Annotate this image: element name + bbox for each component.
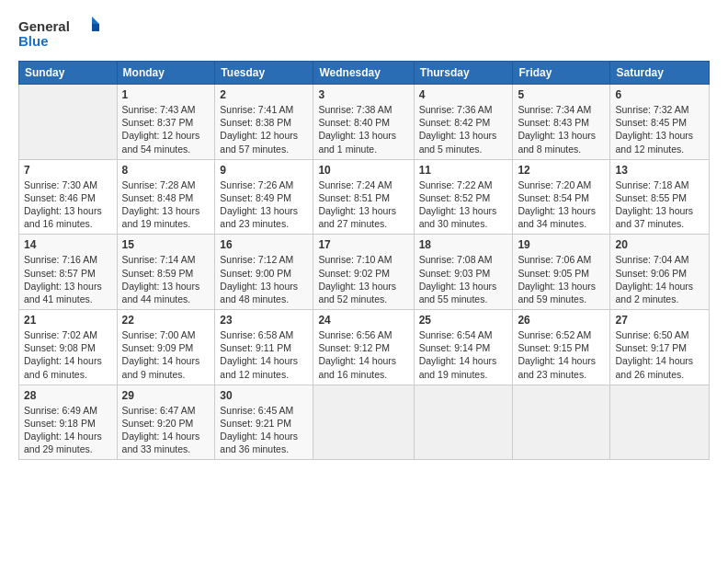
calendar-cell: 29Sunrise: 6:47 AMSunset: 9:20 PMDayligh… xyxy=(117,385,215,460)
logo-svg: General Blue xyxy=(18,15,101,52)
day-info: Sunrise: 7:38 AMSunset: 8:40 PMDaylight:… xyxy=(318,103,408,155)
day-number: 13 xyxy=(615,164,704,177)
day-number: 23 xyxy=(220,314,308,327)
day-info: Sunrise: 7:08 AMSunset: 9:03 PMDaylight:… xyxy=(419,253,508,305)
day-number: 22 xyxy=(122,314,210,327)
calendar-cell: 17Sunrise: 7:10 AMSunset: 9:02 PMDayligh… xyxy=(313,235,414,310)
day-number: 12 xyxy=(518,164,605,177)
day-number: 15 xyxy=(122,238,210,251)
weekday-header-thursday: Thursday xyxy=(414,62,513,85)
day-info: Sunrise: 7:06 AMSunset: 9:05 PMDaylight:… xyxy=(518,253,605,305)
calendar-cell: 18Sunrise: 7:08 AMSunset: 9:03 PMDayligh… xyxy=(414,235,513,310)
calendar-cell: 12Sunrise: 7:20 AMSunset: 8:54 PMDayligh… xyxy=(513,159,610,235)
calendar-cell: 13Sunrise: 7:18 AMSunset: 8:55 PMDayligh… xyxy=(610,159,710,235)
day-number: 11 xyxy=(419,164,508,177)
weekday-header-monday: Monday xyxy=(117,62,215,85)
day-number: 3 xyxy=(318,88,408,101)
header: General Blue xyxy=(18,15,710,52)
calendar-cell: 5Sunrise: 7:34 AMSunset: 8:43 PMDaylight… xyxy=(513,85,610,160)
day-info: Sunrise: 7:26 AMSunset: 8:49 PMDaylight:… xyxy=(220,178,308,231)
calendar-cell: 9Sunrise: 7:26 AMSunset: 8:49 PMDaylight… xyxy=(215,159,313,235)
day-info: Sunrise: 7:32 AMSunset: 8:45 PMDaylight:… xyxy=(615,103,704,155)
calendar-cell xyxy=(414,385,513,460)
calendar-cell: 6Sunrise: 7:32 AMSunset: 8:45 PMDaylight… xyxy=(610,85,710,160)
day-info: Sunrise: 7:34 AMSunset: 8:43 PMDaylight:… xyxy=(518,103,605,155)
day-info: Sunrise: 7:18 AMSunset: 8:55 PMDaylight:… xyxy=(615,178,704,231)
day-number: 24 xyxy=(318,314,408,327)
calendar-cell xyxy=(610,385,710,460)
day-info: Sunrise: 6:58 AMSunset: 9:11 PMDaylight:… xyxy=(220,328,308,381)
calendar-header-row: SundayMondayTuesdayWednesdayThursdayFrid… xyxy=(19,62,710,85)
calendar-cell: 10Sunrise: 7:24 AMSunset: 8:51 PMDayligh… xyxy=(313,159,414,235)
day-info: Sunrise: 7:00 AMSunset: 9:09 PMDaylight:… xyxy=(122,328,210,381)
day-info: Sunrise: 7:43 AMSunset: 8:37 PMDaylight:… xyxy=(122,103,210,155)
calendar-cell: 23Sunrise: 6:58 AMSunset: 9:11 PMDayligh… xyxy=(215,310,313,385)
weekday-header-wednesday: Wednesday xyxy=(313,62,414,85)
day-info: Sunrise: 7:20 AMSunset: 8:54 PMDaylight:… xyxy=(518,178,605,231)
day-info: Sunrise: 6:56 AMSunset: 9:12 PMDaylight:… xyxy=(318,328,408,381)
calendar-cell: 2Sunrise: 7:41 AMSunset: 8:38 PMDaylight… xyxy=(215,85,313,160)
calendar-cell: 1Sunrise: 7:43 AMSunset: 8:37 PMDaylight… xyxy=(117,85,215,160)
day-number: 20 xyxy=(615,238,704,251)
calendar-week-4: 21Sunrise: 7:02 AMSunset: 9:08 PMDayligh… xyxy=(19,310,710,385)
day-number: 26 xyxy=(518,314,605,327)
calendar-cell: 28Sunrise: 6:49 AMSunset: 9:18 PMDayligh… xyxy=(19,385,118,460)
day-number: 14 xyxy=(24,238,112,251)
calendar-cell xyxy=(19,85,118,160)
day-number: 10 xyxy=(318,164,408,177)
calendar-week-3: 14Sunrise: 7:16 AMSunset: 8:57 PMDayligh… xyxy=(19,235,710,310)
day-info: Sunrise: 7:41 AMSunset: 8:38 PMDaylight:… xyxy=(220,103,308,155)
calendar-cell: 19Sunrise: 7:06 AMSunset: 9:05 PMDayligh… xyxy=(513,235,610,310)
day-number: 6 xyxy=(615,88,704,101)
day-info: Sunrise: 7:28 AMSunset: 8:48 PMDaylight:… xyxy=(122,178,210,231)
day-number: 16 xyxy=(220,238,308,251)
day-info: Sunrise: 7:24 AMSunset: 8:51 PMDaylight:… xyxy=(318,178,408,231)
calendar-cell: 3Sunrise: 7:38 AMSunset: 8:40 PMDaylight… xyxy=(313,85,414,160)
svg-text:General: General xyxy=(18,18,70,34)
day-info: Sunrise: 7:36 AMSunset: 8:42 PMDaylight:… xyxy=(419,103,508,155)
day-number: 5 xyxy=(518,88,605,101)
day-number: 8 xyxy=(122,164,210,177)
weekday-header-friday: Friday xyxy=(513,62,610,85)
day-info: Sunrise: 7:12 AMSunset: 9:00 PMDaylight:… xyxy=(220,253,308,305)
calendar-cell: 7Sunrise: 7:30 AMSunset: 8:46 PMDaylight… xyxy=(19,159,118,235)
day-number: 1 xyxy=(122,88,210,101)
day-number: 2 xyxy=(220,88,308,101)
day-number: 4 xyxy=(419,88,508,101)
calendar-cell: 4Sunrise: 7:36 AMSunset: 8:42 PMDaylight… xyxy=(414,85,513,160)
day-number: 7 xyxy=(24,164,112,177)
calendar-cell: 8Sunrise: 7:28 AMSunset: 8:48 PMDaylight… xyxy=(117,159,215,235)
calendar-cell: 24Sunrise: 6:56 AMSunset: 9:12 PMDayligh… xyxy=(313,310,414,385)
day-number: 30 xyxy=(220,389,308,402)
calendar-cell xyxy=(513,385,610,460)
weekday-header-tuesday: Tuesday xyxy=(215,62,313,85)
calendar-week-5: 28Sunrise: 6:49 AMSunset: 9:18 PMDayligh… xyxy=(19,385,710,460)
calendar-table: SundayMondayTuesdayWednesdayThursdayFrid… xyxy=(18,61,710,460)
calendar-cell: 20Sunrise: 7:04 AMSunset: 9:06 PMDayligh… xyxy=(610,235,710,310)
day-info: Sunrise: 7:10 AMSunset: 9:02 PMDaylight:… xyxy=(318,253,408,305)
svg-text:Blue: Blue xyxy=(18,33,49,49)
svg-marker-2 xyxy=(92,24,99,31)
weekday-header-saturday: Saturday xyxy=(610,62,710,85)
day-info: Sunrise: 7:30 AMSunset: 8:46 PMDaylight:… xyxy=(24,178,112,231)
calendar-cell: 25Sunrise: 6:54 AMSunset: 9:14 PMDayligh… xyxy=(414,310,513,385)
calendar-cell: 26Sunrise: 6:52 AMSunset: 9:15 PMDayligh… xyxy=(513,310,610,385)
day-number: 28 xyxy=(24,389,112,402)
day-number: 21 xyxy=(24,314,112,327)
calendar-cell: 21Sunrise: 7:02 AMSunset: 9:08 PMDayligh… xyxy=(19,310,118,385)
calendar-cell: 22Sunrise: 7:00 AMSunset: 9:09 PMDayligh… xyxy=(117,310,215,385)
day-number: 17 xyxy=(318,238,408,251)
day-info: Sunrise: 6:50 AMSunset: 9:17 PMDaylight:… xyxy=(615,328,704,381)
calendar-cell xyxy=(313,385,414,460)
day-info: Sunrise: 7:16 AMSunset: 8:57 PMDaylight:… xyxy=(24,253,112,305)
day-number: 19 xyxy=(518,238,605,251)
page: General Blue SundayMondayTuesdayWednesda… xyxy=(0,0,728,563)
calendar-cell: 11Sunrise: 7:22 AMSunset: 8:52 PMDayligh… xyxy=(414,159,513,235)
calendar-cell: 16Sunrise: 7:12 AMSunset: 9:00 PMDayligh… xyxy=(215,235,313,310)
weekday-header-sunday: Sunday xyxy=(19,62,118,85)
day-info: Sunrise: 7:14 AMSunset: 8:59 PMDaylight:… xyxy=(122,253,210,305)
calendar-cell: 14Sunrise: 7:16 AMSunset: 8:57 PMDayligh… xyxy=(19,235,118,310)
logo: General Blue xyxy=(18,15,101,52)
calendar-cell: 27Sunrise: 6:50 AMSunset: 9:17 PMDayligh… xyxy=(610,310,710,385)
day-info: Sunrise: 6:52 AMSunset: 9:15 PMDaylight:… xyxy=(518,328,605,381)
